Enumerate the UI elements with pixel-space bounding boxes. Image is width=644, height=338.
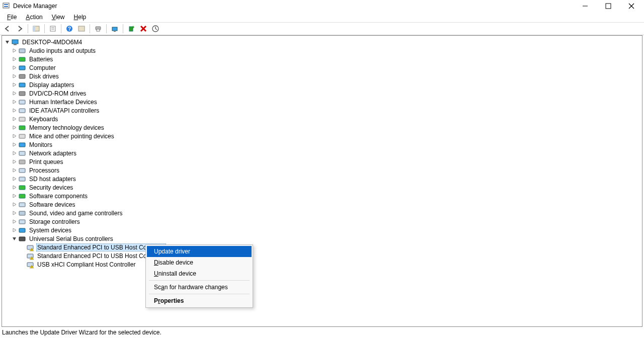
- category-mice-and-other-pointing-devices[interactable]: Mice and other pointing devices: [3, 132, 641, 140]
- category-human-interface-devices[interactable]: Human Interface Devices: [3, 98, 641, 106]
- category-label: Security devices: [28, 184, 74, 191]
- category-system-devices[interactable]: System devices: [3, 226, 641, 234]
- enable-device-button[interactable]: [126, 23, 137, 34]
- category-label: Software components: [28, 193, 89, 200]
- category-network-adapters[interactable]: Network adapters: [3, 149, 641, 157]
- svg-rect-36: [19, 143, 25, 147]
- scan-button[interactable]: [109, 23, 120, 34]
- expand-icon[interactable]: [10, 168, 18, 173]
- disable-device-button[interactable]: [138, 23, 149, 34]
- close-button[interactable]: [627, 2, 636, 11]
- status-text: Launches the Update Driver Wizard for th…: [2, 329, 162, 336]
- expand-icon[interactable]: [10, 159, 18, 164]
- category-icon: [18, 158, 26, 166]
- menu-file[interactable]: File: [3, 13, 21, 21]
- root-label: DESKTOP-4MDO6M4: [21, 39, 83, 46]
- ctx-update-driver[interactable]: Update driver: [147, 246, 252, 257]
- collapse-icon[interactable]: [3, 40, 11, 44]
- category-display-adapters[interactable]: Display adapters: [3, 80, 641, 89]
- category-print-queues[interactable]: Print queues: [3, 157, 641, 166]
- category-icon: [18, 175, 26, 183]
- expand-icon[interactable]: [10, 117, 18, 121]
- expand-icon[interactable]: [10, 125, 18, 130]
- category-label: Network adapters: [28, 150, 77, 157]
- expand-icon[interactable]: [10, 194, 18, 198]
- svg-rect-40: [19, 177, 25, 181]
- category-icon: [18, 192, 26, 200]
- forward-button[interactable]: [14, 23, 25, 34]
- update-driver-button[interactable]: [150, 23, 161, 34]
- expand-icon[interactable]: [10, 91, 18, 96]
- device-usb-xhci-compliant-host-controller-2[interactable]: !USB xHCI Compliant Host Controller: [3, 260, 641, 269]
- category-label: Sound, video and game controllers: [28, 210, 123, 217]
- svg-rect-41: [19, 186, 25, 190]
- properties-button[interactable]: [47, 23, 58, 34]
- category-icon: [18, 166, 26, 175]
- ctx-uninstall-device[interactable]: Uninstall device: [147, 268, 252, 279]
- print-button[interactable]: [93, 23, 104, 34]
- expand-icon[interactable]: [10, 134, 18, 138]
- expand-icon[interactable]: [10, 177, 18, 181]
- expand-icon[interactable]: [10, 74, 18, 78]
- category-label: Computer: [28, 64, 57, 71]
- expand-icon[interactable]: [10, 151, 18, 155]
- category-label: SD host adapters: [28, 176, 77, 183]
- category-label: Storage controllers: [28, 218, 81, 225]
- expand-icon[interactable]: [10, 57, 18, 61]
- expand-icon[interactable]: [10, 236, 18, 241]
- category-disk-drives[interactable]: Disk drives: [3, 72, 641, 80]
- minimize-button[interactable]: [581, 2, 590, 11]
- expand-icon[interactable]: [10, 65, 18, 70]
- ctx-disable-device[interactable]: Disable device: [147, 257, 252, 268]
- expand-icon[interactable]: [10, 211, 18, 215]
- category-keyboards[interactable]: Keyboards: [3, 115, 641, 123]
- category-processors[interactable]: Processors: [3, 166, 641, 175]
- category-monitors[interactable]: Monitors: [3, 140, 641, 149]
- category-icon: [18, 149, 26, 157]
- category-icon: [18, 115, 26, 123]
- ctx-properties[interactable]: Properties: [147, 295, 252, 306]
- device-standard-enhanced-pci-to-usb-host-controller-0[interactable]: !Standard Enhanced PCI to USB Host Contr…: [3, 243, 641, 251]
- expand-icon[interactable]: [10, 202, 18, 207]
- help-button[interactable]: ?: [64, 23, 75, 34]
- category-batteries[interactable]: Batteries: [3, 55, 641, 63]
- category-universal-serial-bus-controllers[interactable]: Universal Serial Bus controllers: [3, 234, 641, 243]
- category-sd-host-adapters[interactable]: SD host adapters: [3, 175, 641, 183]
- category-sound-video-and-game-controllers[interactable]: Sound, video and game controllers: [3, 209, 641, 217]
- show-hide-button[interactable]: [31, 23, 42, 34]
- category-software-components[interactable]: Software components: [3, 192, 641, 200]
- category-icon: [18, 218, 26, 226]
- svg-rect-0: [3, 3, 9, 8]
- category-ide-ata-atapi-controllers[interactable]: IDE ATA/ATAPI controllers: [3, 106, 641, 115]
- category-computer[interactable]: Computer: [3, 63, 641, 72]
- expand-icon[interactable]: [10, 82, 18, 87]
- menu-view[interactable]: View: [48, 13, 69, 21]
- menu-action[interactable]: Action: [22, 13, 46, 21]
- tree-root[interactable]: DESKTOP-4MDO6M4: [3, 38, 641, 46]
- maximize-button[interactable]: [604, 2, 613, 11]
- category-software-devices[interactable]: Software devices: [3, 200, 641, 209]
- category-security-devices[interactable]: Security devices: [3, 183, 641, 192]
- menu-help[interactable]: Help: [70, 13, 91, 21]
- svg-rect-19: [129, 27, 133, 31]
- svg-rect-9: [50, 26, 55, 31]
- expand-icon[interactable]: [10, 185, 18, 190]
- expand-icon[interactable]: [10, 48, 18, 53]
- category-memory-technology-devices[interactable]: Memory technology devices: [3, 123, 641, 132]
- category-dvd-cd-rom-drives[interactable]: DVD/CD-ROM drives: [3, 89, 641, 98]
- toolbar-button-5[interactable]: [76, 23, 87, 34]
- category-audio-inputs-and-outputs[interactable]: Audio inputs and outputs: [3, 46, 641, 55]
- expand-icon[interactable]: [10, 219, 18, 224]
- svg-rect-44: [19, 211, 25, 215]
- device-standard-enhanced-pci-to-usb-host-controller-1[interactable]: !Standard Enhanced PCI to USB Host Contr…: [3, 251, 641, 260]
- expand-icon[interactable]: [10, 108, 18, 113]
- expand-icon[interactable]: [10, 100, 18, 104]
- category-label: Processors: [28, 167, 60, 174]
- category-storage-controllers[interactable]: Storage controllers: [3, 217, 641, 226]
- expand-icon[interactable]: [10, 228, 18, 232]
- back-button[interactable]: [2, 23, 13, 34]
- svg-rect-47: [19, 237, 25, 241]
- expand-icon[interactable]: [10, 142, 18, 147]
- ctx-scan-hardware[interactable]: Scan for hardware changes: [147, 282, 252, 293]
- category-icon: [18, 124, 26, 132]
